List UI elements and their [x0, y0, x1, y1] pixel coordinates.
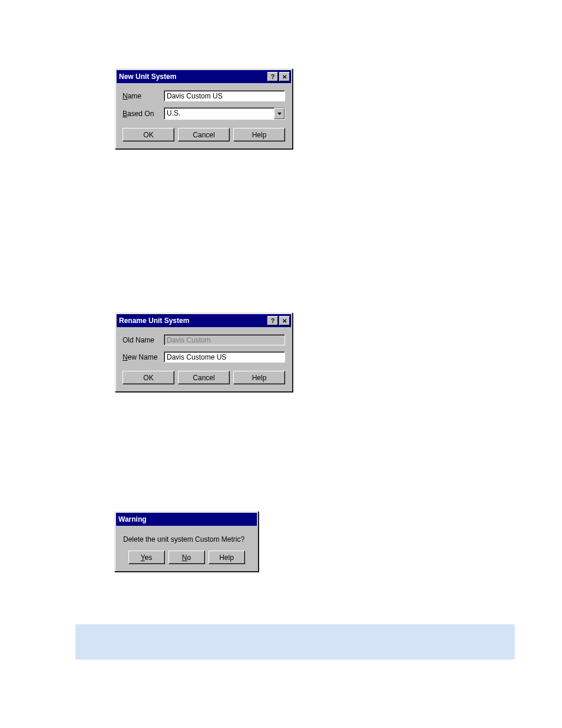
help-icon[interactable]: ? — [267, 316, 278, 325]
yes-button[interactable]: Yes — [128, 551, 165, 564]
chevron-down-icon[interactable] — [274, 108, 285, 119]
button-row: OK Cancel Help — [123, 126, 285, 141]
title-bar: Rename Unit System ? ✕ — [117, 314, 291, 327]
old-name-row: Old Name — [123, 334, 285, 345]
old-name-field — [164, 334, 285, 345]
new-name-input[interactable] — [164, 351, 285, 363]
rename-unit-system-dialog: Rename Unit System ? ✕ Old Name New Name… — [115, 312, 293, 392]
name-input[interactable] — [164, 90, 285, 101]
ok-button[interactable]: OK — [123, 371, 174, 384]
footer-band — [75, 624, 515, 660]
new-unit-system-dialog: New Unit System ? ✕ Name Based On U.S. O… — [115, 68, 293, 149]
dialog-title: New Unit System — [119, 73, 266, 81]
cancel-button[interactable]: Cancel — [178, 371, 230, 384]
button-row: OK Cancel Help — [123, 368, 285, 384]
help-button[interactable]: Help — [209, 551, 245, 564]
ok-button[interactable]: OK — [123, 128, 174, 141]
name-label: Name — [123, 92, 164, 100]
close-icon[interactable]: ✕ — [279, 72, 290, 81]
based-on-label: Based On — [123, 110, 164, 118]
new-name-label: New Name — [123, 353, 164, 361]
old-name-label: Old Name — [123, 336, 164, 344]
dialog-body: Delete the unit system Custom Metric? Ye… — [115, 527, 258, 571]
button-row: Yes No Help — [122, 551, 251, 564]
new-name-row: New Name — [123, 351, 285, 363]
title-bar: Warning — [116, 513, 257, 526]
title-bar: New Unit System ? ✕ — [117, 70, 291, 83]
dialog-body: Name Based On U.S. OK Cancel Help — [115, 84, 292, 149]
svg-marker-0 — [277, 113, 282, 115]
warning-message: Delete the unit system Custom Metric? — [122, 533, 251, 545]
dialog-body: Old Name New Name OK Cancel Help — [115, 328, 292, 391]
no-button[interactable]: No — [168, 551, 205, 564]
cancel-button[interactable]: Cancel — [178, 128, 230, 141]
help-button[interactable]: Help — [233, 371, 285, 384]
based-on-row: Based On U.S. — [123, 107, 285, 120]
dialog-title: Warning — [118, 515, 256, 523]
dialog-title: Rename Unit System — [119, 317, 266, 325]
warning-dialog: Warning Delete the unit system Custom Me… — [114, 511, 259, 572]
based-on-select[interactable]: U.S. — [164, 107, 285, 120]
close-icon[interactable]: ✕ — [279, 316, 290, 325]
based-on-value: U.S. — [164, 108, 274, 119]
name-row: Name — [123, 90, 285, 101]
help-button[interactable]: Help — [233, 128, 285, 141]
help-icon[interactable]: ? — [267, 72, 278, 81]
